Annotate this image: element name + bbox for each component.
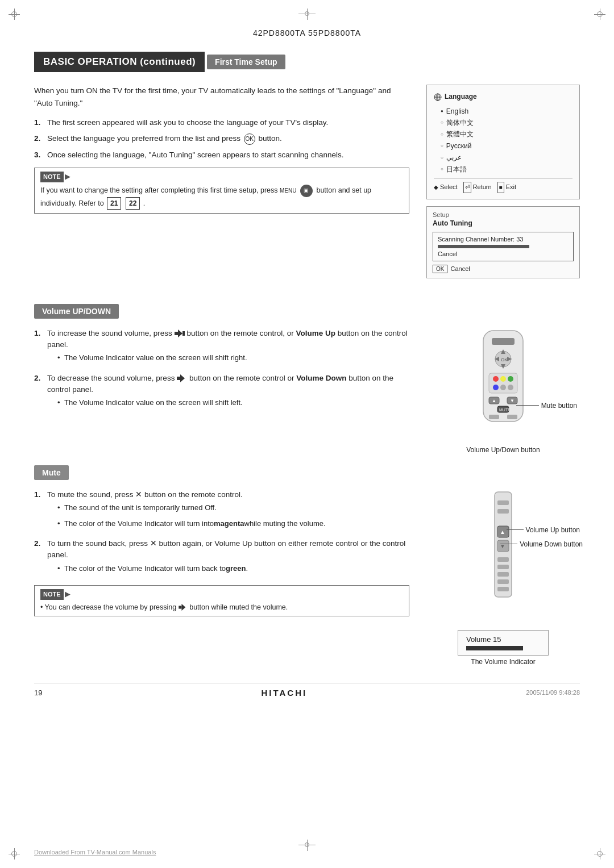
intro-paragraph: When you turn ON the TV for the first ti… bbox=[34, 85, 409, 109]
step-num-3: 3. bbox=[34, 149, 44, 161]
globe-icon bbox=[434, 93, 442, 101]
svg-rect-32 bbox=[179, 606, 181, 609]
vol-updown-button-label: Volume Up/Down button bbox=[466, 446, 540, 454]
mute-step-2: 2. To turn the sound back, press ✕ butto… bbox=[34, 538, 409, 578]
volume-section-header: Volume UP/DOWN bbox=[34, 304, 119, 319]
mute-step-num-2: 2. bbox=[34, 538, 44, 549]
return-key-icon: ⏎ bbox=[463, 182, 471, 193]
note-text: If you want to change the setting after … bbox=[40, 186, 371, 207]
volume-level-label: Volume 15 bbox=[466, 635, 501, 644]
setup-steps-list: 1. The first screen appeared will ask yo… bbox=[34, 117, 409, 161]
svg-rect-42 bbox=[497, 565, 509, 569]
lang-russian[interactable]: Русский bbox=[441, 140, 572, 152]
mute-bullet-1-1: The sound of the unit is temporarily tur… bbox=[57, 502, 326, 514]
volume-step-2: 2. To decrease the sound volume, press b… bbox=[34, 373, 409, 413]
svg-text:MUTE: MUTE bbox=[499, 408, 511, 412]
vol-step-1-content: To increase the sound volume, press butt… bbox=[47, 328, 409, 368]
svg-rect-10 bbox=[492, 338, 515, 345]
lang-traditional-chinese[interactable]: 繁體中文 bbox=[441, 128, 572, 140]
volume-indicator-wrap: Volume 15 The Volume Indicator bbox=[458, 630, 549, 666]
cancel-text-inner: Cancel bbox=[438, 251, 569, 257]
ok-cancel-area: OK Cancel bbox=[433, 265, 574, 273]
volume-right-column: OK bbox=[426, 328, 580, 454]
ok-small-btn: OK bbox=[433, 265, 447, 273]
svg-rect-4 bbox=[175, 332, 178, 335]
mute-content: 1. To mute the sound, press ✕ button on … bbox=[34, 489, 580, 666]
volume-indicator-box: Volume 15 bbox=[458, 630, 549, 656]
svg-rect-7 bbox=[177, 377, 180, 380]
vol-step-2-content: To decrease the sound volume, press butt… bbox=[47, 373, 409, 413]
mute-step-2-content: To turn the sound back, press ✕ button a… bbox=[47, 538, 409, 578]
language-select-box: Language English 简体中文 繁體中文 Русский عربي … bbox=[426, 85, 580, 199]
step-text-1: The first screen appeared will ask you t… bbox=[47, 117, 328, 128]
step-num-1: 1. bbox=[34, 117, 44, 128]
footer-select: ◆ Select bbox=[434, 182, 458, 193]
svg-rect-44 bbox=[497, 579, 509, 584]
svg-point-21 bbox=[493, 385, 499, 390]
vol-bullet-2-1: The Volume Indicator value on the screen… bbox=[57, 397, 409, 408]
vol-up-icon bbox=[175, 329, 185, 337]
svg-rect-35 bbox=[497, 500, 509, 505]
footer-select-label: Select bbox=[440, 182, 458, 193]
svg-rect-41 bbox=[497, 557, 509, 562]
first-time-setup-content: When you turn ON the TV for the first ti… bbox=[34, 85, 409, 287]
svg-rect-43 bbox=[497, 572, 509, 577]
brand-name: HITACHI bbox=[261, 688, 307, 698]
download-link[interactable]: Downloaded From TV-Manual.com Manuals bbox=[34, 849, 156, 856]
lang-simplified-chinese[interactable]: 简体中文 bbox=[441, 117, 572, 128]
step-num-2: 2. bbox=[34, 133, 44, 144]
vol-down-icon bbox=[177, 374, 187, 382]
note-label: NOTE bbox=[40, 172, 64, 182]
svg-rect-31 bbox=[507, 415, 517, 419]
mute-step-1-bullets: The sound of the unit is temporarily tur… bbox=[57, 502, 326, 529]
volume-step-1: 1. To increase the sound volume, press b… bbox=[34, 328, 409, 368]
footer-exit: ■ Exit bbox=[497, 182, 516, 193]
mute-step-num-1: 1. bbox=[34, 489, 44, 500]
svg-point-19 bbox=[500, 376, 506, 382]
lang-arabic[interactable]: عربي bbox=[441, 152, 572, 163]
mute-right-column: ▲ ▼ Volume Up button bbox=[426, 489, 580, 666]
volume-steps: 1. To increase the sound volume, press b… bbox=[34, 328, 409, 454]
note-box-mute: NOTE▶ • You can decrease the volume by p… bbox=[34, 585, 409, 616]
svg-point-23 bbox=[508, 385, 513, 390]
page-footer: 19 HITACHI 2005/11/09 9:48:28 bbox=[34, 683, 580, 698]
lang-english[interactable]: English bbox=[441, 106, 572, 117]
menu-icon: ▣ bbox=[300, 185, 313, 197]
main-section-header: BASIC OPERATION (continued) bbox=[34, 52, 205, 72]
svg-point-22 bbox=[500, 385, 506, 390]
lang-japanese[interactable]: 日本語 bbox=[441, 164, 572, 175]
volume-indicator-caption: The Volume Indicator bbox=[458, 658, 549, 666]
mute-step-1-content: To mute the sound, press ✕ button on the… bbox=[47, 489, 326, 533]
svg-text:▼: ▼ bbox=[510, 398, 515, 403]
mute-bullet-2-1: The color of the Volume Indicator will t… bbox=[57, 563, 409, 574]
svg-rect-45 bbox=[497, 587, 509, 591]
footer-return-label: Return bbox=[473, 182, 492, 193]
svg-text:▲: ▲ bbox=[492, 398, 496, 403]
language-select-area: Language English 简体中文 繁體中文 Русский عربي … bbox=[426, 85, 580, 287]
vol-step-num-2: 2. bbox=[34, 373, 44, 384]
svg-point-20 bbox=[508, 376, 513, 382]
timestamp: 2005/11/09 9:48:28 bbox=[526, 689, 580, 696]
svg-marker-5 bbox=[178, 329, 182, 337]
mute-section-header: Mute bbox=[34, 465, 69, 480]
page-ref-21: 21 bbox=[107, 197, 121, 210]
scanning-bar-container: Scanning Channel Number: 33 Cancel bbox=[433, 232, 574, 261]
remote-control-wrap: OK bbox=[469, 328, 537, 432]
svg-rect-30 bbox=[489, 415, 499, 419]
language-title: Language bbox=[445, 91, 477, 103]
volume-steps-list: 1. To increase the sound volume, press b… bbox=[34, 328, 409, 413]
vol-step-num-1: 1. bbox=[34, 328, 44, 339]
volume-content: 1. To increase the sound volume, press b… bbox=[34, 328, 580, 454]
language-footer: ◆ Select ⏎ Return ■ Exit bbox=[434, 178, 572, 193]
svg-marker-33 bbox=[181, 604, 185, 611]
volume-down-label: Volume Down button bbox=[500, 540, 583, 548]
diamond-icon: ◆ bbox=[434, 182, 438, 193]
footer-return: ⏎ Return bbox=[463, 182, 492, 193]
ok-button-icon: OK bbox=[244, 133, 255, 145]
mute-step-1: 1. To mute the sound, press ✕ button on … bbox=[34, 489, 409, 533]
vol-down-icon-note bbox=[179, 604, 188, 611]
footer-exit-label: Exit bbox=[506, 182, 516, 193]
vol-bullet-1-1: The Volume Indicator value on the screen… bbox=[57, 352, 409, 364]
volume-section: 1. To increase the sound volume, press b… bbox=[34, 328, 580, 454]
svg-text:OK: OK bbox=[501, 357, 508, 362]
